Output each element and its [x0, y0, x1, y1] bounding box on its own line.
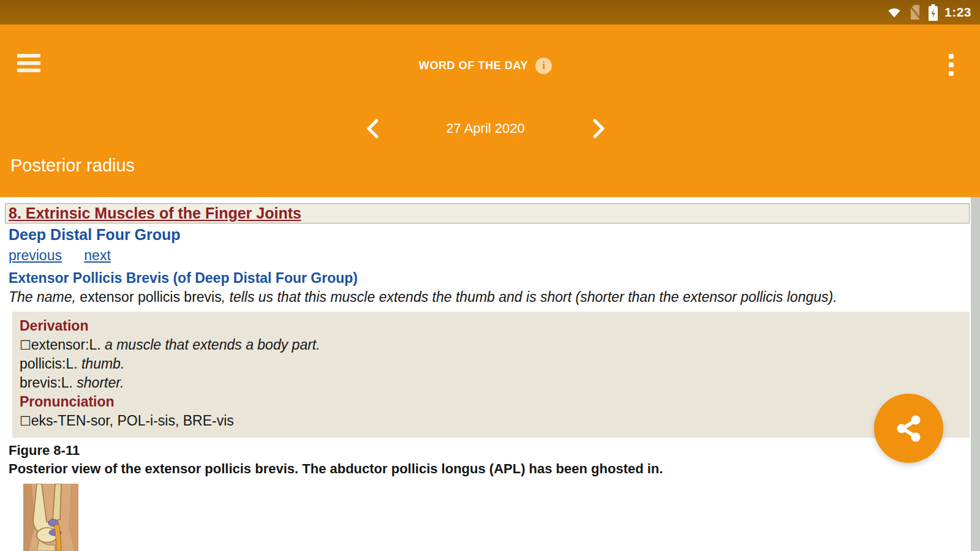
derivation-item: ☐extensor:L. a muscle that extends a bod…: [20, 335, 961, 354]
overflow-menu-icon[interactable]: [941, 54, 962, 76]
derivation-term: pollicis:L.: [20, 356, 81, 372]
derivation-meaning: a muscle that extends a body part.: [105, 337, 320, 353]
scrollbar[interactable]: [971, 197, 980, 551]
figure-label: Figure 8-11: [9, 443, 980, 459]
status-time: 1:23: [944, 5, 971, 20]
no-sim-icon: [908, 4, 922, 20]
pronunciation-line: ☐eks-TEN-sor, POL-i-sis, BRE-vis: [20, 411, 961, 430]
pronunciation-text: eks-TEN-sor, POL-i-sis, BRE-vis: [31, 413, 234, 429]
intro-term: extensor pollicis brevis: [80, 289, 221, 305]
battery-charging-icon: [928, 4, 938, 21]
previous-link[interactable]: previous: [9, 247, 62, 263]
missing-glyph-bullet: ☐: [20, 414, 31, 428]
derivation-item: brevis:L. shorter.: [20, 373, 961, 392]
intro-italic-lead: The name,: [9, 289, 80, 305]
app-title-row: WORD OF THE DAY i: [0, 55, 971, 76]
derivation-label: Derivation: [20, 317, 961, 335]
next-day-chevron-icon[interactable]: [591, 119, 607, 138]
date-navigation: 27 April 2020: [0, 115, 971, 142]
derivation-term: brevis:L.: [20, 375, 77, 391]
current-date: 27 April 2020: [443, 121, 529, 137]
app-bar: WORD OF THE DAY i 27 April 2020 Posterio…: [0, 24, 980, 197]
previous-day-chevron-icon[interactable]: [364, 119, 380, 138]
figure-caption: Posterior view of the extensor pollicis …: [9, 461, 980, 477]
share-icon: [893, 413, 925, 444]
pronunciation-label: Pronunciation: [20, 392, 961, 411]
info-icon[interactable]: i: [535, 58, 552, 74]
derivation-meaning: shorter.: [77, 375, 124, 391]
app-screen: 1:23 WORD OF THE DAY i 27 April 2020 Pos…: [0, 0, 980, 551]
intro-italic-tail: , tells us that this muscle extends the …: [222, 289, 837, 305]
next-link[interactable]: next: [84, 247, 110, 263]
section-heading-link[interactable]: 8. Extrinsic Muscles of the Finger Joint…: [5, 203, 970, 223]
word-of-the-day-term: Posterior radius: [10, 156, 135, 176]
group-heading: Deep Distal Four Group: [9, 226, 980, 244]
missing-glyph-bullet: ☐: [20, 338, 31, 352]
pager-links: previous next: [9, 247, 980, 264]
derivation-meaning: thumb.: [81, 356, 124, 372]
derivation-box: Derivation ☐extensor:L. a muscle that ex…: [12, 312, 970, 438]
derivation-term: extensor:L.: [31, 337, 105, 353]
wifi-icon: [886, 5, 902, 20]
intro-sentence: The name, extensor pollicis brevis, tell…: [9, 289, 980, 305]
article-content: 8. Extrinsic Muscles of the Finger Joint…: [0, 197, 980, 551]
share-button[interactable]: [874, 394, 943, 463]
page-title: WORD OF THE DAY: [419, 59, 528, 72]
figure-thumbnail[interactable]: [18, 484, 83, 551]
term-heading: Extensor Pollicis Brevis (of Deep Distal…: [9, 270, 980, 287]
derivation-item: pollicis:L. thumb.: [20, 354, 961, 373]
status-bar: 1:23: [0, 0, 980, 24]
